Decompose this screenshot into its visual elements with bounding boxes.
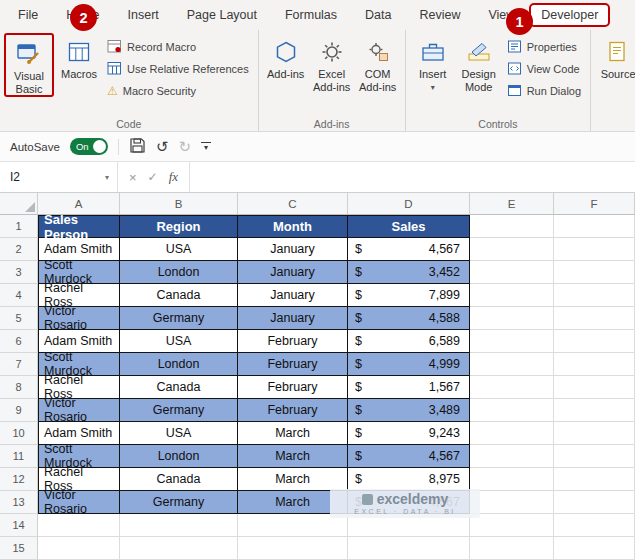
cell-C7[interactable]: February (238, 353, 348, 376)
tab-developer[interactable]: Developer (529, 3, 610, 27)
cell-D6[interactable]: $6,589 (348, 330, 470, 353)
row-header-10[interactable]: 10 (0, 422, 38, 445)
tab-insert[interactable]: Insert (114, 3, 173, 27)
cell-B3[interactable]: London (120, 261, 238, 284)
cell-B2[interactable]: USA (120, 238, 238, 261)
cell-E2[interactable] (470, 238, 554, 261)
cell-E4[interactable] (470, 284, 554, 307)
cell-A1[interactable]: Sales Person (38, 215, 120, 238)
cell-F4[interactable] (554, 284, 635, 307)
cell-B1[interactable]: Region (120, 215, 238, 238)
cell-F8[interactable] (554, 376, 635, 399)
cell-A5[interactable]: Victor Rosario (38, 307, 120, 330)
select-all-corner[interactable] (0, 193, 38, 214)
cell-B4[interactable]: Canada (120, 284, 238, 307)
cancel-icon[interactable]: × (129, 170, 137, 185)
column-header-C[interactable]: C (238, 193, 348, 214)
cell-E10[interactable] (470, 422, 554, 445)
cell-B7[interactable]: London (120, 353, 238, 376)
source-button[interactable]: Source (595, 33, 635, 81)
column-header-F[interactable]: F (554, 193, 635, 214)
cell-E1[interactable] (470, 215, 554, 238)
cell-E12[interactable] (470, 468, 554, 491)
row-header-12[interactable]: 12 (0, 468, 38, 491)
cell-C12[interactable]: March (238, 468, 348, 491)
cell-D5[interactable]: $4,588 (348, 307, 470, 330)
cell-C11[interactable]: March (238, 445, 348, 468)
cell-B12[interactable]: Canada (120, 468, 238, 491)
cell-D11[interactable]: $4,567 (348, 445, 470, 468)
column-header-B[interactable]: B (120, 193, 238, 214)
cell-F15[interactable] (554, 537, 635, 560)
row-header-2[interactable]: 2 (0, 238, 38, 261)
cell-C3[interactable]: January (238, 261, 348, 284)
enter-icon[interactable]: ✓ (148, 170, 158, 184)
cell-C2[interactable]: January (238, 238, 348, 261)
save-icon[interactable] (129, 137, 146, 157)
row-header-11[interactable]: 11 (0, 445, 38, 468)
cell-B9[interactable]: Germany (120, 399, 238, 422)
cell-F7[interactable] (554, 353, 635, 376)
cell-E3[interactable] (470, 261, 554, 284)
redo-icon[interactable]: ↻ (178, 138, 191, 156)
cell-E13[interactable] (470, 491, 554, 514)
cell-D8[interactable]: $1,567 (348, 376, 470, 399)
row-header-14[interactable]: 14 (0, 514, 38, 537)
use-relative-references-button[interactable]: Use Relative References (102, 58, 254, 80)
autosave-toggle[interactable]: On (70, 138, 108, 155)
cell-B11[interactable]: London (120, 445, 238, 468)
run-dialog-button[interactable]: Run Dialog (502, 80, 586, 102)
cell-F10[interactable] (554, 422, 635, 445)
customize-toolbar-icon[interactable]: ▾ (201, 142, 211, 152)
cell-D4[interactable]: $7,899 (348, 284, 470, 307)
cell-F1[interactable] (554, 215, 635, 238)
cell-F14[interactable] (554, 514, 635, 537)
cell-E6[interactable] (470, 330, 554, 353)
view-code-button[interactable]: View Code (502, 58, 586, 80)
cell-E14[interactable] (470, 514, 554, 537)
cell-F12[interactable] (554, 468, 635, 491)
insert-function-icon[interactable]: fx (169, 169, 178, 185)
row-header-6[interactable]: 6 (0, 330, 38, 353)
row-header-4[interactable]: 4 (0, 284, 38, 307)
cell-D10[interactable]: $9,243 (348, 422, 470, 445)
cell-E11[interactable] (470, 445, 554, 468)
row-header-3[interactable]: 3 (0, 261, 38, 284)
tab-data[interactable]: Data (351, 3, 405, 27)
row-header-13[interactable]: 13 (0, 491, 38, 514)
cell-F11[interactable] (554, 445, 635, 468)
cell-C1[interactable]: Month (238, 215, 348, 238)
row-header-15[interactable]: 15 (0, 537, 38, 560)
cell-D7[interactable]: $4,999 (348, 353, 470, 376)
tab-review[interactable]: Review (405, 3, 474, 27)
tab-file[interactable]: File (4, 3, 52, 27)
insert-control-button[interactable]: Insert ▾ (410, 33, 456, 92)
row-header-1[interactable]: 1 (0, 215, 38, 238)
cell-D12[interactable]: $8,975 (348, 468, 470, 491)
column-header-D[interactable]: D (348, 193, 470, 214)
add-ins-button[interactable]: Add-ins (263, 33, 309, 81)
cell-A14[interactable] (38, 514, 120, 537)
cell-B15[interactable] (120, 537, 238, 560)
cell-A15[interactable] (38, 537, 120, 560)
cell-E5[interactable] (470, 307, 554, 330)
excel-add-ins-button[interactable]: Excel Add-ins (309, 33, 355, 93)
cell-C5[interactable]: January (238, 307, 348, 330)
cell-C9[interactable]: February (238, 399, 348, 422)
cell-F13[interactable] (554, 491, 635, 514)
cell-A13[interactable]: Victor Rosario (38, 491, 120, 514)
cell-D3[interactable]: $3,452 (348, 261, 470, 284)
cell-B6[interactable]: USA (120, 330, 238, 353)
row-header-8[interactable]: 8 (0, 376, 38, 399)
cell-C8[interactable]: February (238, 376, 348, 399)
cell-F5[interactable] (554, 307, 635, 330)
cell-D2[interactable]: $4,567 (348, 238, 470, 261)
tab-page-layout[interactable]: Page Layout (173, 3, 271, 27)
cell-F6[interactable] (554, 330, 635, 353)
cell-E8[interactable] (470, 376, 554, 399)
cell-F3[interactable] (554, 261, 635, 284)
cell-B10[interactable]: USA (120, 422, 238, 445)
formula-input[interactable] (190, 162, 635, 192)
cell-C15[interactable] (238, 537, 348, 560)
row-header-5[interactable]: 5 (0, 307, 38, 330)
